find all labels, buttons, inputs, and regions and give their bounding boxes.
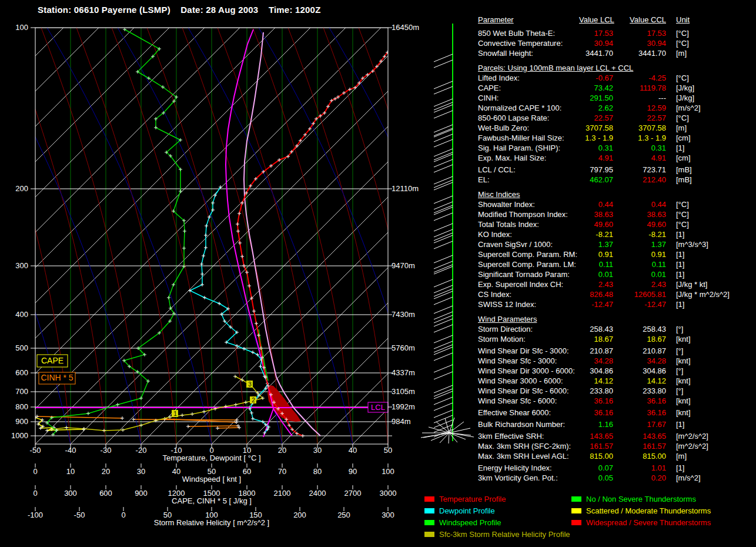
value-lcl: 3707.58 xyxy=(579,123,613,133)
param-label: Exp. Max. Hail Size: xyxy=(478,153,579,163)
value-lcl: 0.11 xyxy=(579,259,613,269)
value-lcl: 2.43 xyxy=(579,279,613,289)
unit: [1] xyxy=(666,259,684,269)
legend-item: No / Non Severe Thunderstorms xyxy=(571,495,711,506)
pressure-label: 500 xyxy=(15,343,28,352)
param-label: Supercell Comp. Param. RM: xyxy=(478,249,579,259)
value-ccl: 49.60 xyxy=(613,219,666,229)
axis-tick-label: 300 xyxy=(382,511,394,519)
value-lcl: 0.31 xyxy=(579,143,613,153)
axis-tick-label: -50 xyxy=(30,446,41,455)
param-label: Storm Motion: xyxy=(478,334,579,344)
altitude-label: 9470m xyxy=(392,261,415,270)
table-row: Modified Thompson Index:38.6338.63[°C] xyxy=(478,209,756,219)
legend-label: No / Non Severe Thunderstorms xyxy=(586,495,696,503)
value-lcl: 797.95 xyxy=(579,165,613,175)
value-ccl: 0.44 xyxy=(613,199,666,209)
param-label: KO Index: xyxy=(478,229,579,239)
table-row: Wind Shear Dir 3000 - 6000:304.86304.86[… xyxy=(478,366,756,376)
param-label: LCL / CCL: xyxy=(478,165,579,175)
unit: [°C] xyxy=(666,28,689,38)
value-ccl: 233.80 xyxy=(613,386,666,396)
axis-title: CAPE, CINH * 5 [ J/kg ] xyxy=(172,496,252,505)
barb-starburst-ray xyxy=(445,418,449,433)
table-row: Wind Shear Sfc - 6000:36.1636.16[knt] xyxy=(478,396,756,406)
param-label: Wind Shear 3000 - 6000: xyxy=(478,376,579,386)
table-row: Storm Direction:258.43258.43[°] xyxy=(478,324,756,334)
unit: [1] xyxy=(666,229,684,239)
param-label: 3km Effective SRH: xyxy=(478,431,579,441)
axis-tick-label: 20 xyxy=(102,467,110,476)
table-row: 850 Wet Bulb Theta-E:17.5317.53[°C] xyxy=(478,28,756,38)
value-ccl: 304.86 xyxy=(613,366,666,376)
unit: [°C] xyxy=(666,113,689,123)
axis-tick-label: 900 xyxy=(135,489,148,498)
unit: [cm] xyxy=(666,153,691,163)
value-ccl: 258.43 xyxy=(613,324,666,334)
inplot-label: CINH * 5 xyxy=(41,373,73,382)
param-label: Significant Tornado Param: xyxy=(478,269,579,279)
axis-tick-label: 250 xyxy=(337,511,350,519)
value-ccl: 36.16 xyxy=(613,408,666,418)
legend-swatch xyxy=(424,520,434,525)
value-ccl: 0.20 xyxy=(613,473,666,483)
axis-tick-label: 0 xyxy=(33,489,37,498)
legend-label: Scattered / Moderate Thunderstorms xyxy=(586,506,711,515)
param-label: Convective Temperature: xyxy=(478,38,579,48)
unit: [cm] xyxy=(666,133,691,143)
axis-tick-label: 30 xyxy=(313,446,322,455)
col-value-ccl: Value CCL xyxy=(613,15,666,25)
altitude-label: 4337m xyxy=(392,368,415,377)
pressure-label: 300 xyxy=(15,261,28,270)
section-header: Parcels: Using 100mB mean layer LCL + CC… xyxy=(478,63,756,73)
unit: [1] xyxy=(666,249,684,259)
sounding-app: Station: 06610 Payerne (LSMP) Date: 28 A… xyxy=(0,0,756,547)
value-ccl: 0.91 xyxy=(613,249,666,259)
axis-tick-label: 50 xyxy=(384,446,392,455)
param-label: Craven SigSvr / 1000: xyxy=(478,239,579,249)
axis-tick-label: 20 xyxy=(278,446,286,455)
value-ccl: 0.11 xyxy=(613,259,666,269)
param-label: EL: xyxy=(478,175,579,185)
value-ccl: --- xyxy=(613,93,666,103)
param-label: SWISS 12 Index: xyxy=(478,299,579,309)
value-lcl: -8.21 xyxy=(579,229,613,239)
parameters-table: ParameterValue LCLValue CCLUnit850 Wet B… xyxy=(478,15,756,483)
param-label: Wet-Bulb Zero: xyxy=(478,123,579,133)
value-ccl: 34.28 xyxy=(613,356,666,366)
unit: [°C] xyxy=(666,73,689,83)
axis-title: Storm Relative Helicity [ m^2/s^2 ] xyxy=(154,518,269,527)
value-ccl: 1.01 xyxy=(613,463,666,473)
param-label: Lifted Index: xyxy=(478,73,579,83)
table-row: Fawbush-Miller Hail Size:1.3 - 1.91.3 - … xyxy=(478,133,756,143)
legend-item: Temperature Profile xyxy=(424,495,570,506)
barb-starburst-ray xyxy=(431,433,449,441)
value-lcl: 815.00 xyxy=(579,451,613,461)
unit: [knt] xyxy=(666,376,691,386)
value-lcl: 34.28 xyxy=(579,356,613,366)
altitude-label: 3105m xyxy=(392,387,415,396)
axis-tick-label: -40 xyxy=(65,446,76,455)
legend-item: Windspeed Profile xyxy=(424,518,570,530)
unit: [°C] xyxy=(666,209,689,219)
table-row: 3km Vorticity Gen. Pot.:0.050.20[m/s^2] xyxy=(478,473,756,483)
value-lcl: 304.86 xyxy=(579,366,613,376)
unit: [m] xyxy=(666,123,687,133)
unit: [knt] xyxy=(666,334,691,344)
altitude-label: 984m xyxy=(392,417,411,426)
value-ccl: 143.65 xyxy=(613,431,666,441)
value-lcl: 36.16 xyxy=(579,396,613,406)
pressure-label: 700 xyxy=(15,387,28,396)
unit: [m^2/s^2] xyxy=(666,431,708,441)
value-ccl: 3707.58 xyxy=(613,123,666,133)
value-lcl: 14.12 xyxy=(579,376,613,386)
unit: [knt] xyxy=(666,356,691,366)
unit: [m^2/s^2] xyxy=(666,441,708,451)
table-row: EL:462.07212.40[mB] xyxy=(478,175,756,185)
legend-swatch xyxy=(424,508,434,513)
table-row: KO Index:-8.21-8.21[1] xyxy=(478,229,756,239)
axis-tick-label: 90 xyxy=(349,467,357,476)
section-header: Wind Parameters xyxy=(478,314,756,324)
bottom-axis: 03006009001200150018002100240027003000CA… xyxy=(33,485,396,505)
value-lcl: 0.07 xyxy=(579,463,613,473)
